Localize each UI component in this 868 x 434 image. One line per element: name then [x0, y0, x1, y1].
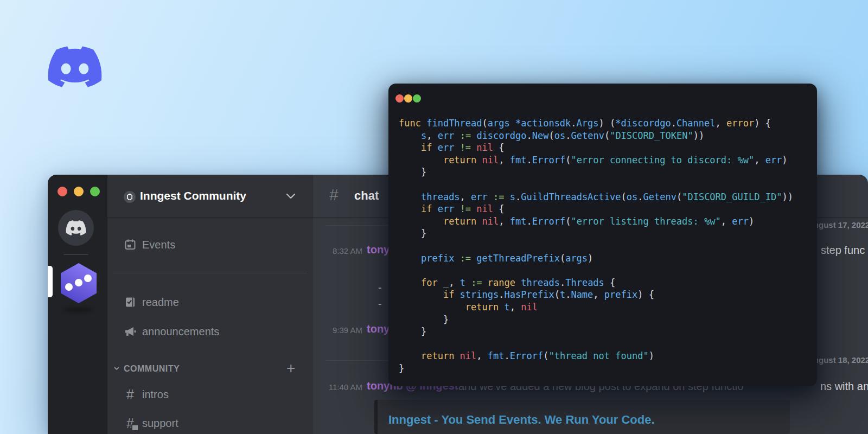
code-token [465, 277, 471, 288]
code-token [399, 155, 443, 165]
code-token: := [460, 253, 471, 264]
rail-divider [63, 254, 88, 255]
code-token: "thread not found" [548, 350, 648, 361]
code-line: } [399, 227, 793, 240]
minimize-button[interactable] [404, 94, 412, 103]
code-token: "error listing threads: %w" [571, 216, 720, 227]
code-token: Getenv [643, 192, 676, 202]
code-line: } [399, 166, 793, 178]
code-token: Channel [676, 118, 716, 129]
inngest-server-icon[interactable] [61, 263, 97, 303]
code-token: return [465, 302, 505, 312]
code-token: . [526, 216, 532, 227]
code-token: *discordgo [615, 118, 671, 129]
link-embed-card: Inngest - You Send Events. We Run Your C… [374, 400, 790, 434]
code-token [471, 253, 476, 264]
code-token: for [421, 277, 443, 288]
code-token: threads [521, 277, 560, 288]
code-token: *actionsdk [515, 118, 571, 129]
code-token: , [754, 155, 765, 165]
code-token: threads [421, 192, 460, 202]
code-token: getThreadPrefix [476, 253, 560, 264]
code-token: . [499, 289, 504, 300]
code-line: return nil, fmt.Errorf("error connecting… [399, 154, 793, 167]
close-button[interactable] [58, 187, 67, 196]
discord-logo [46, 43, 104, 90]
code-token: ) [782, 155, 787, 165]
embed-title-link[interactable]: Inngest - You Send Events. We Run Your C… [388, 413, 655, 427]
code-token [399, 253, 421, 264]
code-line: } [399, 314, 793, 326]
code-line: threads, err := s.GuildThreadsActive(os.… [399, 191, 793, 203]
code-line: func findThread(args *actionsdk.Args) (*… [399, 117, 793, 130]
code-token: nil [521, 302, 538, 312]
zoom-button[interactable] [413, 94, 421, 103]
code-token: t [560, 289, 565, 300]
code-token: . [527, 130, 532, 141]
channel-label: support [142, 417, 178, 430]
code-token [471, 203, 476, 214]
add-channel-button[interactable]: + [286, 360, 295, 377]
code-token: prefix [421, 253, 454, 264]
code-token: ( [543, 350, 548, 361]
code-token: func [399, 118, 426, 129]
code-token: . [565, 289, 571, 300]
code-line: s, err := discordgo.New(os.Getenv("DISCO… [399, 130, 793, 142]
chevron-down-icon[interactable] [286, 194, 295, 199]
hash-icon: # [123, 387, 137, 401]
code-token: ( [676, 192, 682, 202]
code-block: func findThread(args *actionsdk.Args) (*… [399, 117, 793, 374]
code-token: } [399, 228, 426, 239]
category-community[interactable]: COMMUNITY + [107, 361, 313, 376]
code-token: { [493, 203, 504, 214]
code-token: err [732, 216, 749, 227]
message-bullet: - [378, 298, 382, 310]
sidebar-item-events[interactable]: Events [107, 237, 313, 252]
message-text-tail: step func [821, 244, 865, 257]
server-icon-shadow [63, 307, 93, 312]
code-line: return nil, fmt.Errorf("error listing th… [399, 215, 793, 228]
code-token: findThread [426, 118, 482, 129]
code-token: if [443, 289, 460, 300]
code-token: , [716, 118, 726, 129]
code-token: return [421, 350, 460, 361]
code-token: _, [443, 277, 460, 288]
code-token [471, 142, 476, 153]
code-token [399, 130, 421, 141]
server-header[interactable]: Inngest Community [107, 175, 313, 218]
channel-item-readme[interactable]: readme [107, 295, 313, 310]
code-token: Errorf [532, 216, 565, 227]
code-token: Errorf [532, 155, 565, 165]
code-line [399, 338, 793, 350]
code-token: ) [749, 216, 754, 227]
code-token [399, 350, 421, 361]
channel-item-intros[interactable]: # intros [107, 387, 313, 402]
zoom-button[interactable] [90, 187, 100, 196]
code-token: . [505, 350, 510, 361]
message-bullet: - [378, 282, 382, 294]
channel-item-announcements[interactable]: announcements [107, 324, 313, 339]
code-token: . [560, 277, 565, 288]
code-token: } [399, 363, 404, 374]
code-token: . [565, 130, 571, 141]
code-token: strings [460, 289, 499, 300]
close-button[interactable] [395, 94, 404, 103]
code-token: , [426, 130, 437, 141]
code-token: t [460, 277, 465, 288]
code-token: ( [565, 155, 571, 165]
code-token [482, 277, 488, 288]
code-token: ) [649, 350, 654, 361]
code-token: , [499, 216, 509, 227]
code-token: os [554, 130, 565, 141]
code-token: prefix [604, 289, 637, 300]
code-token [488, 192, 493, 202]
channel-item-support[interactable]: # support [107, 416, 313, 431]
code-token: , [721, 216, 732, 227]
code-token: ( [604, 130, 610, 141]
minimize-button[interactable] [74, 187, 84, 196]
code-line [399, 240, 793, 252]
code-token [399, 142, 421, 153]
code-token [454, 130, 459, 141]
discord-home-button[interactable] [58, 210, 94, 246]
code-token: . [571, 118, 576, 129]
